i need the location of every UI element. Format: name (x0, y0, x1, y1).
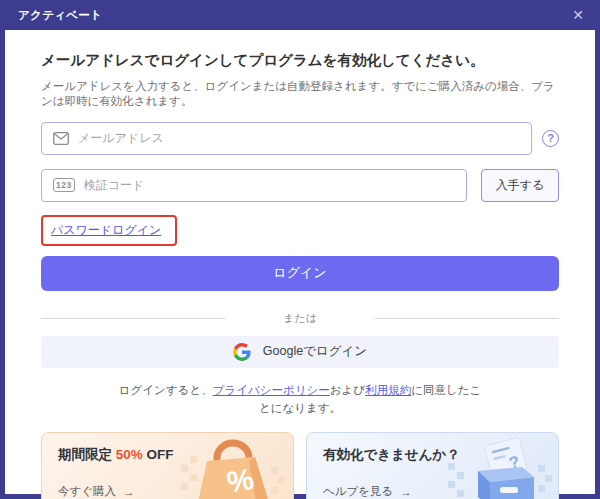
google-login-button[interactable]: Googleでログイン (41, 336, 559, 368)
promo-row: 期間限定 50% OFF 今すぐ購入→ % 有効化できませんか？ (41, 432, 559, 499)
divider-line-right (375, 318, 559, 319)
page-subtitle: メールアドレスを入力すると、ログインまたは自動登録されます。すでにご購入済みの場… (41, 79, 559, 109)
see-help-link[interactable]: ヘルプを見る→ (323, 484, 542, 499)
activation-dialog: アクティベート ✕ メールアドレスでログインしてプログラムを有効化してください。… (0, 0, 600, 499)
code-123-icon: 123 (53, 178, 75, 192)
login-button[interactable]: ログイン (41, 256, 559, 291)
dialog-content: メールアドレスでログインしてプログラムを有効化してください。 メールアドレスを入… (5, 30, 595, 494)
arrow-right-icon: → (123, 486, 135, 498)
privacy-policy-link[interactable]: プライバシーポリシー (213, 384, 330, 396)
discount-title-prefix: 期間限定 (58, 447, 116, 462)
code-input[interactable] (84, 178, 455, 192)
help-title: 有効化できませんか？ (323, 446, 542, 464)
code-field[interactable]: 123 (41, 169, 467, 202)
help-icon[interactable]: ? (542, 130, 559, 147)
buy-now-link[interactable]: 今すぐ購入→ (58, 484, 277, 499)
password-login-row: パスワードログイン (41, 215, 559, 246)
discount-percent: 50% (116, 447, 143, 462)
divider-label: または (283, 311, 317, 326)
email-row: ? (41, 122, 559, 155)
close-icon[interactable]: ✕ (572, 8, 584, 22)
titlebar: アクティベート ✕ (0, 0, 600, 30)
agreement-text: ログインすると、プライバシーポリシーおよび利用規約に同意したことになります。 (114, 382, 486, 418)
email-input[interactable] (78, 131, 520, 145)
email-field[interactable] (41, 122, 532, 155)
agreement-conjunction: および (330, 384, 365, 396)
window-title: アクティベート (18, 8, 102, 23)
terms-link[interactable]: 利用規約 (365, 384, 411, 396)
google-login-label: Googleでログイン (263, 343, 367, 360)
arrow-right-icon: → (400, 486, 412, 498)
code-row: 123 入手する (41, 169, 559, 202)
or-divider: または (41, 311, 559, 326)
buy-now-label: 今すぐ購入 (58, 484, 116, 499)
discount-promo-card[interactable]: 期間限定 50% OFF 今すぐ購入→ % (41, 432, 294, 499)
envelope-icon (53, 132, 69, 145)
annotation-highlight-box: パスワードログイン (41, 215, 177, 246)
google-logo-icon (233, 343, 251, 361)
discount-title: 期間限定 50% OFF (58, 446, 277, 464)
divider-line-left (41, 318, 225, 319)
agreement-prefix: ログインすると、 (119, 384, 213, 396)
help-promo-card[interactable]: 有効化できませんか？ ヘルプを見る→ ? (306, 432, 559, 499)
password-login-link[interactable]: パスワードログイン (51, 223, 161, 237)
discount-title-suffix: OFF (143, 447, 174, 462)
see-help-label: ヘルプを見る (323, 484, 393, 499)
get-code-button[interactable]: 入手する (481, 169, 559, 202)
page-title: メールアドレスでログインしてプログラムを有効化してください。 (41, 51, 559, 70)
